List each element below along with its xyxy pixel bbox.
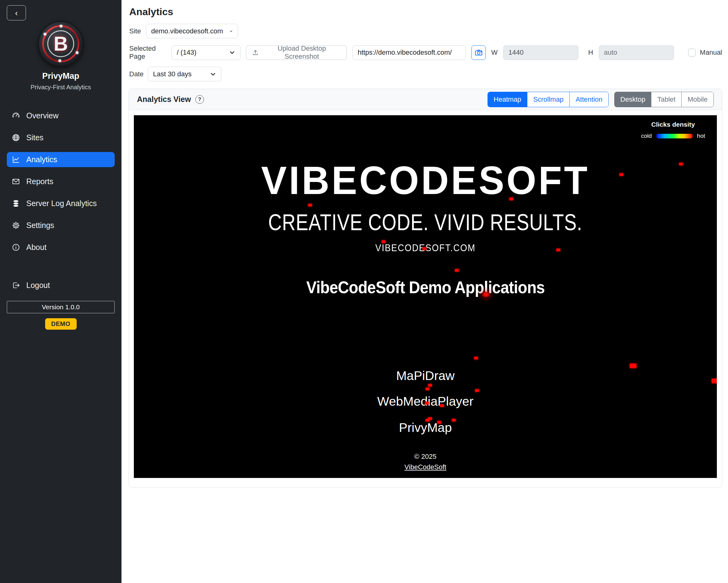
database-icon [12, 199, 20, 207]
chevron-down-icon [229, 50, 235, 56]
click-density-dot [630, 364, 636, 368]
globe-icon [12, 134, 20, 142]
sidebar-item-label: About [26, 243, 46, 252]
nav-divider-gap [7, 262, 115, 271]
legend-cold-label: cold [641, 133, 652, 139]
date-row: Date Last 30 days [129, 67, 722, 81]
sidebar-nav: Overview Sites Analytics Reports Server … [0, 108, 122, 293]
click-density-dot [428, 384, 432, 387]
main-content: Analytics Site demo.vibecodesoft.com Sel… [122, 0, 728, 583]
heatmap-screenshot: Clicks density cold hot VIBECODESOFT CRE… [134, 115, 717, 478]
sidebar-item-label: Logout [26, 281, 50, 290]
width-input[interactable] [503, 46, 578, 60]
sidebar-item-label: Server Log Analytics [26, 199, 97, 208]
sidebar-item-overview[interactable]: Overview [7, 108, 115, 123]
sidebar-item-server-log-analytics[interactable]: Server Log Analytics [7, 196, 115, 211]
analytics-view-panel: Analytics View ? Heatmap Scrollmap Atten… [129, 89, 722, 488]
version-box: Version 1.0.0 [7, 301, 115, 313]
selected-page-select[interactable]: / (143) [172, 46, 240, 60]
click-density-dot [422, 248, 426, 250]
click-density-dot [440, 405, 444, 407]
selected-page-value: / (143) [177, 49, 197, 57]
legend-hot-label: hot [697, 133, 705, 139]
camera-icon [474, 49, 483, 57]
site-link-privymap[interactable]: PrivyMap [134, 420, 717, 435]
chart-line-icon [12, 156, 20, 164]
height-input[interactable] [599, 46, 674, 60]
site-tagline: CREATIVE CODE. VIVID RESULTS. [134, 209, 717, 235]
sidebar-item-reports[interactable]: Reports [7, 174, 115, 189]
envelope-icon [12, 177, 20, 186]
sidebar: ‹ B PrivyMap Privacy-First Analytics Ove… [0, 0, 122, 583]
click-density-dot [426, 419, 430, 422]
click-density-dot [475, 389, 479, 392]
url-input[interactable] [353, 46, 466, 60]
click-density-dot [620, 173, 624, 176]
sidebar-collapse-button[interactable]: ‹ [7, 5, 26, 20]
click-density-dot [426, 388, 430, 390]
legend-gradient-bar [656, 134, 693, 138]
upload-button-label: Upload Desktop Screenshot [262, 45, 341, 60]
site-footer-copyright: © 2025 [134, 453, 717, 461]
manual-checkbox[interactable] [688, 49, 696, 57]
click-density-dot [437, 421, 441, 424]
click-density-dot [679, 163, 683, 166]
sidebar-item-logout[interactable]: Logout [7, 278, 115, 293]
sidebar-item-label: Settings [26, 221, 54, 230]
app-logo: B [38, 21, 83, 66]
date-label: Date [129, 70, 148, 78]
logout-icon [12, 281, 20, 289]
tab-tablet[interactable]: Tablet [651, 92, 682, 107]
selected-page-row: Selected Page / (143) Upload Desktop Scr… [129, 45, 722, 60]
site-label: Site [129, 27, 146, 35]
width-label: W [491, 49, 498, 57]
sidebar-item-analytics[interactable]: Analytics [7, 152, 115, 167]
site-link-mapidraw[interactable]: MaPiDraw [134, 368, 717, 383]
sidebar-item-sites[interactable]: Sites [7, 130, 115, 145]
sidebar-item-label: Analytics [26, 155, 57, 164]
height-label: H [588, 49, 593, 57]
click-density-dot [455, 269, 459, 272]
click-density-dot [510, 198, 514, 200]
click-density-dot [474, 357, 478, 360]
upload-screenshot-button[interactable]: Upload Desktop Screenshot [246, 46, 347, 60]
click-density-dot [308, 204, 312, 207]
site-link-webmediaplayer[interactable]: WebMediaPlayer [134, 394, 717, 409]
click-density-dot [711, 379, 717, 383]
legend-title: Clicks density [641, 121, 705, 128]
sidebar-item-label: Overview [26, 111, 58, 120]
sidebar-item-settings[interactable]: Settings [7, 218, 115, 233]
logo-letter: B [38, 21, 83, 66]
tab-desktop[interactable]: Desktop [615, 92, 652, 107]
site-select-value: demo.vibecodesoft.com [151, 27, 223, 35]
app-subtitle: Privacy-First Analytics [0, 84, 122, 91]
sidebar-item-about[interactable]: About [7, 240, 115, 255]
site-footer-link[interactable]: VibeCodeSoft [134, 463, 717, 471]
chevron-down-icon [210, 71, 216, 77]
gear-icon [12, 221, 20, 229]
manual-label: Manual [700, 49, 722, 57]
site-row: Site demo.vibecodesoft.com [129, 24, 722, 38]
sidebar-item-label: Reports [26, 177, 53, 186]
tab-groups: Heatmap Scrollmap Attention Desktop Tabl… [488, 92, 714, 107]
site-heading: VibeCodeSoft Demo Applications [134, 277, 717, 297]
panel-header: Analytics View ? Heatmap Scrollmap Atten… [129, 89, 722, 110]
help-icon[interactable]: ? [196, 95, 204, 104]
selected-page-label: Selected Page [129, 45, 166, 60]
click-density-dot [452, 419, 456, 422]
tab-heatmap[interactable]: Heatmap [488, 92, 527, 107]
site-select[interactable]: demo.vibecodesoft.com [146, 24, 238, 38]
tab-mobile[interactable]: Mobile [682, 92, 713, 107]
tab-scrollmap[interactable]: Scrollmap [527, 92, 570, 107]
click-density-dot [556, 249, 561, 251]
click-density-dot [482, 292, 490, 298]
app-window: ‹ B PrivyMap Privacy-First Analytics Ove… [0, 0, 728, 583]
tab-attention[interactable]: Attention [570, 92, 608, 107]
upload-icon [252, 49, 259, 56]
date-select[interactable]: Last 30 days [148, 67, 221, 81]
clicks-density-legend: Clicks density cold hot [641, 121, 705, 139]
info-icon [12, 243, 20, 251]
chevron-down-icon [230, 28, 233, 34]
capture-screenshot-button[interactable] [471, 46, 486, 60]
brand: B PrivyMap Privacy-First Analytics [0, 21, 122, 91]
